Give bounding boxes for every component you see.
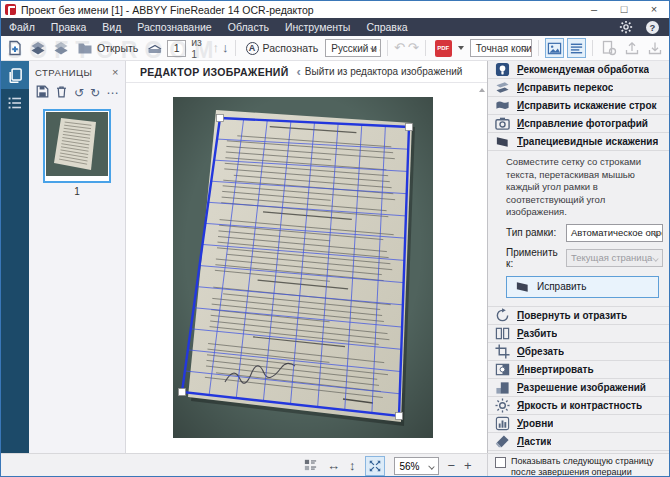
tool-item-crop[interactable]: Обрезать [488,343,670,361]
page-thumbnail[interactable] [43,109,111,183]
open-button[interactable]: Открыть [74,38,141,58]
scan-pages-icon[interactable] [28,38,48,58]
pdf-dropdown-caret [458,46,464,50]
maximize-button[interactable]: □ [609,1,639,18]
page-number-input[interactable]: 1 [167,40,186,57]
new-project-icon[interactable] [5,38,25,58]
send-up-icon[interactable] [622,38,642,58]
levels-icon [494,415,510,431]
tool-label: Исправить искажение строк [517,100,657,111]
frame-type-select[interactable]: Автоматическое определе [566,224,663,242]
delete-page-icon[interactable] [55,84,68,102]
tool-label: Разрешение изображений [517,382,646,393]
undo-icon[interactable]: ↶ [394,38,405,58]
show-next-page-option[interactable]: Показывать следующую страницу после заве… [495,456,667,477]
pages-view-tab[interactable] [1,61,29,89]
scan-images-icon[interactable] [51,38,71,58]
tool-label: Исправление фотографий [517,118,648,129]
split-icon [494,325,510,341]
save-page-icon[interactable] [36,84,49,102]
show-next-page-checkbox[interactable] [495,457,506,468]
straighten-lines-icon [494,98,510,114]
folder-icon [77,40,93,56]
thumbnails-strip-icon[interactable] [303,457,318,476]
mode-select[interactable]: Точная копия [470,39,532,57]
menu-файл[interactable]: Файл [1,18,43,36]
recognize-button[interactable]: A Распознать [242,42,323,55]
settings-gear-icon[interactable] [616,17,636,37]
tool-item-split[interactable]: Разбить [488,325,670,343]
brightness-contrast-icon [494,397,510,413]
deskew-icon [494,80,510,96]
tool-item-recommended[interactable]: Рекомендуемая обработка [488,61,670,79]
next-page-icon[interactable]: ↓ [222,38,229,58]
menu-область[interactable]: Область [220,18,277,36]
language-select[interactable]: Русский и англ [325,39,381,57]
close-panel-icon[interactable]: × [112,66,119,78]
close-button[interactable]: × [639,1,669,18]
menu-инструменты[interactable]: Инструменты [277,18,358,36]
redo-icon[interactable]: ↷ [408,38,419,58]
image-editor: РЕДАКТОР ИЗОБРАЖЕНИЙ ‹ Выйти из редактор… [126,61,487,453]
pages-panel: СТРАНИЦЫ × ↺ ↻ ⋯ 1 [29,61,126,453]
app-window: Проект без имени [1] - ABBYY FineReader … [0,0,670,477]
tool-item-trapezoid[interactable]: Трапециевидные искажения [488,133,670,151]
fit-page-button[interactable] [365,456,385,476]
show-next-page-label: Показывать следующую страницу после заве… [511,456,667,477]
show-text-toggle[interactable] [567,38,586,58]
previous-page-icon[interactable]: ↑ [213,38,220,58]
rotate-left-icon[interactable]: ↺ [74,84,84,102]
rotate-right-icon[interactable]: ↻ [90,84,100,102]
list-icon [7,95,23,111]
recommended-icon [494,62,510,78]
apply-to-select[interactable]: Текущая страница [566,249,663,267]
send-down-icon[interactable] [645,38,665,58]
zoom-in-button[interactable]: + [464,456,472,476]
menu-справка[interactable]: Справка [358,18,415,36]
tool-label: Обрезать [517,346,564,357]
tool-item-invert[interactable]: Инвертировать [488,361,670,379]
tool-label: Уровни [517,418,553,429]
tool-item-resolution[interactable]: Разрешение изображений [488,379,670,397]
activity-bar [1,61,29,453]
minimize-button[interactable]: – [579,1,609,18]
exit-editor-link[interactable]: ‹ Выйти из редактора изображений [297,64,463,79]
verify-text-icon[interactable] [599,38,619,58]
tool-item-rotate-flip[interactable]: Повернуть и отразить [488,307,670,325]
document-photo[interactable] [173,97,433,438]
recognize-a-icon: A [246,42,259,55]
scanner-icon[interactable] [144,38,164,58]
tool-item-levels[interactable]: Уровни [488,415,670,433]
list-view-tab[interactable] [1,89,29,117]
show-image-toggle[interactable] [545,38,564,58]
save-pdf-button[interactable]: PDF [432,38,467,58]
zoom-out-button[interactable]: − [448,456,456,476]
canvas-scroll-up[interactable] [477,85,486,95]
more-options-icon[interactable]: ⋯ [106,84,118,102]
fit-width-icon[interactable]: ↔ [327,456,340,476]
tool-item-deskew[interactable]: Исправить перекос [488,79,670,97]
menu-правка[interactable]: Правка [43,18,94,36]
tool-item-eraser[interactable]: Ластик [488,433,670,451]
tool-item-photo-correction[interactable]: Исправление фотографий [488,115,670,133]
menu-вид[interactable]: Вид [94,18,129,36]
tool-label: Яркость и контрастность [517,400,642,411]
fit-height-icon[interactable]: ↕ [349,456,356,476]
help-icon[interactable]: ? [646,21,659,34]
trapezoid-icon [515,279,530,294]
tool-item-straighten-lines[interactable]: Исправить искажение строк [488,97,670,115]
bottom-bar: ↔ ↕ 56% − + Показывать следующую страниц… [1,453,669,477]
editor-canvas[interactable] [126,83,487,453]
menu-распознавание[interactable]: Распознавание [129,18,219,36]
fix-button[interactable]: Исправить [506,276,659,298]
title-bar: Проект без имени [1] - ABBYY FineReader … [1,1,669,18]
tool-item-brightness-contrast[interactable]: Яркость и контрастность [488,397,670,415]
photo-correction-icon [494,116,510,132]
invert-icon [494,361,510,377]
zoom-level-select[interactable]: 56% [394,457,439,475]
recognize-label: Распознать [263,42,319,54]
trapezoid-form: Совместите сетку со строками текста, пер… [488,151,670,307]
pdf-icon: PDF [435,40,452,57]
frame-type-label: Тип рамки: [506,227,562,238]
crop-icon [494,343,510,359]
